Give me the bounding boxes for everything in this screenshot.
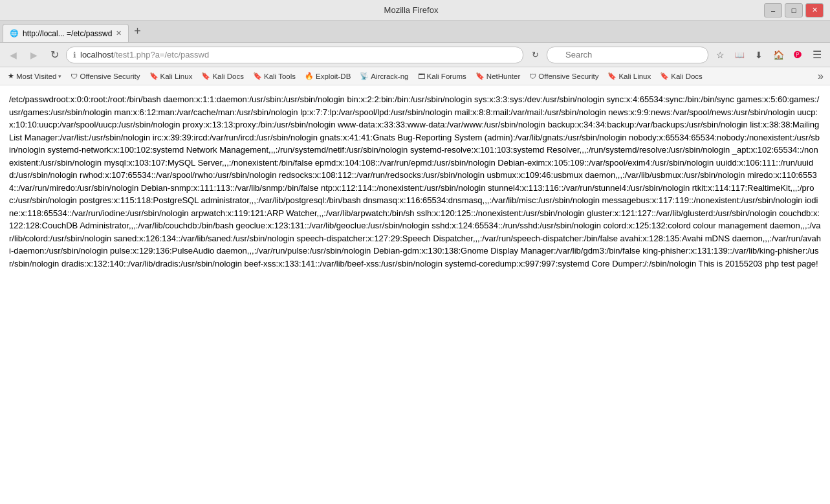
bookmark-label: NetHunter [486,72,520,80]
bookmark-label: Most Visited [16,72,56,80]
refresh-button[interactable]: ↻ [45,47,63,63]
nav-right-buttons: ☆ 📖 ⬇ 🏠 🅟 ☰ [711,47,826,63]
reload-button[interactable]: ↻ [526,47,544,63]
new-tab-button[interactable]: + [129,24,146,39]
bookmark-icon-9: 🛡 [529,72,536,80]
bookmark-label: Kali Linux [618,72,651,80]
bookmark-kali-linux-2[interactable]: 🔖 Kali Linux [604,71,655,82]
bookmark-icon-3: 🔖 [201,72,210,80]
tab-favicon: 🌐 [10,29,19,38]
bookmark-label: Aircrack-ng [371,72,408,80]
search-input[interactable] [547,47,708,63]
bookmark-icon-1: 🛡 [71,72,78,80]
bookmark-star-icon: ★ [8,72,14,80]
titlebar-controls: – □ ✕ [764,3,824,17]
pocket-button[interactable]: 🅟 [789,47,807,63]
bookmark-icon-8: 🔖 [475,72,485,80]
bookmark-icon-11: 🔖 [660,72,669,80]
bookmark-exploit-db[interactable]: 🔥 Exploit-DB [301,71,355,82]
bookmark-offensive-security-2[interactable]: 🛡 Offensive Security [525,71,602,82]
bookmark-nethunter[interactable]: 🔖 NetHunter [472,71,524,82]
bookmark-kali-docs-2[interactable]: 🔖 Kali Docs [656,71,706,82]
bookmark-label: Kali Docs [671,72,703,80]
menu-button[interactable]: ☰ [808,47,826,63]
bookmarks-overflow-button[interactable]: » [815,71,826,82]
bookmark-kali-linux-1[interactable]: 🔖 Kali Linux [146,71,197,82]
minimize-button[interactable]: – [764,3,782,17]
navbar: ◀ ▶ ↻ ℹ localhost/test1.php?a=/etc/passw… [0,43,830,67]
close-button[interactable]: ✕ [805,3,824,17]
bookmark-icon-2: 🔖 [149,72,158,80]
bookmark-label: Kali Forums [427,72,466,80]
restore-button[interactable]: □ [785,3,803,17]
bookmark-kali-docs-1[interactable]: 🔖 Kali Docs [197,71,248,82]
bookmark-most-visited[interactable]: ★ Most Visited ▾ [4,71,65,82]
forward-button[interactable]: ▶ [25,47,43,63]
home-button[interactable]: 🏠 [769,47,787,63]
secure-icon: ℹ [73,50,76,60]
bookmarks-bar: ★ Most Visited ▾ 🛡 Offensive Security 🔖 … [0,67,830,85]
bookmark-icon-6: 📡 [360,72,369,80]
active-tab[interactable]: 🌐 http://local... =/etc/passwd ✕ [3,24,129,42]
tab-label: http://local... =/etc/passwd [23,29,112,38]
bookmark-aircrack-ng[interactable]: 📡 Aircrack-ng [356,71,412,82]
bookmark-label: Kali Linux [160,72,193,80]
page-content: /etc/passwdroot:x:0:0:root:/root:/bin/ba… [0,85,830,504]
page-text: /etc/passwdroot:x:0:0:root:/root:/bin/ba… [9,94,821,268]
bookmark-label: Offensive Security [538,72,598,80]
bookmark-label: Offensive Security [80,72,140,80]
bookmark-offensive-security-1[interactable]: 🛡 Offensive Security [67,71,144,82]
reader-view-button[interactable]: 📖 [730,47,748,63]
bookmark-icon-10: 🔖 [607,72,617,80]
bookmark-kali-tools[interactable]: 🔖 Kali Tools [249,71,300,82]
bookmark-icon-5: 🔥 [305,72,314,80]
bookmark-kali-forums[interactable]: 🗔 Kali Forums [414,71,470,82]
chevron-down-icon: ▾ [58,73,61,80]
bookmark-label: Kali Docs [212,72,244,80]
bookmark-icon-7: 🗔 [418,72,425,80]
bookmark-icon-4: 🔖 [253,72,262,80]
search-container: 🔍 [547,47,708,63]
url-path: /test1.php?a=/etc/passwd [113,50,209,60]
titlebar-title: Mozilla Firefox [58,5,764,15]
titlebar: Mozilla Firefox – □ ✕ [0,0,830,21]
tab-close-button[interactable]: ✕ [116,29,122,38]
download-button[interactable]: ⬇ [750,47,768,63]
bookmark-label: Exploit-DB [316,72,351,80]
tabbar: 🌐 http://local... =/etc/passwd ✕ + [0,21,830,43]
url-bar[interactable]: ℹ localhost/test1.php?a=/etc/passwd [66,47,523,63]
url-display: localhost/test1.php?a=/etc/passwd [80,50,209,60]
url-host: localhost [80,50,113,60]
back-button[interactable]: ◀ [4,47,22,63]
bookmark-star-button[interactable]: ☆ [711,47,729,63]
bookmark-label: Kali Tools [264,72,296,80]
